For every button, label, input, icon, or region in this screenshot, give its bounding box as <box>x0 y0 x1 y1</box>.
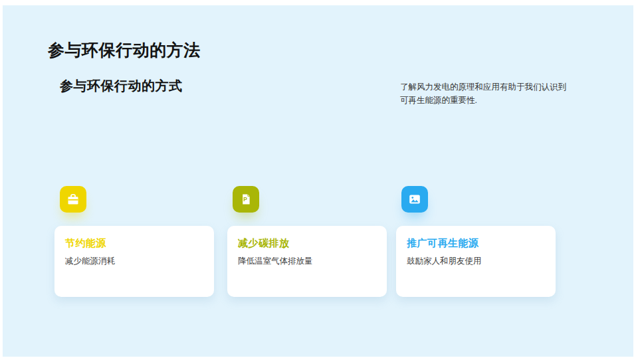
briefcase-icon <box>60 186 86 213</box>
section-title: 参与环保行动的方式 <box>60 77 183 95</box>
image-icon <box>401 186 428 213</box>
document-p-icon: P <box>233 186 259 213</box>
feature-card-title: 减少碳排放 <box>238 237 376 250</box>
feature-card: 减少碳排放 降低温室气体排放量 <box>227 226 387 297</box>
slide-description: 了解风力发电的原理和应用有助于我们认识到可再生能源的重要性. <box>400 81 568 107</box>
feature-card: 节约能源 减少能源消耗 <box>54 226 214 297</box>
feature-card-title: 节约能源 <box>65 237 203 250</box>
svg-text:P: P <box>243 196 247 203</box>
page-title: 参与环保行动的方法 <box>48 39 201 61</box>
slide-canvas: 参与环保行动的方法 参与环保行动的方式 了解风力发电的原理和应用有助于我们认识到… <box>3 5 633 357</box>
feature-card-title: 推广可再生能源 <box>407 237 545 250</box>
feature-card-text: 鼓励家人和朋友使用 <box>407 256 545 267</box>
feature-card-text: 降低温室气体排放量 <box>238 256 376 267</box>
feature-card: 推广可再生能源 鼓励家人和朋友使用 <box>396 226 556 297</box>
feature-card-text: 减少能源消耗 <box>65 256 203 267</box>
